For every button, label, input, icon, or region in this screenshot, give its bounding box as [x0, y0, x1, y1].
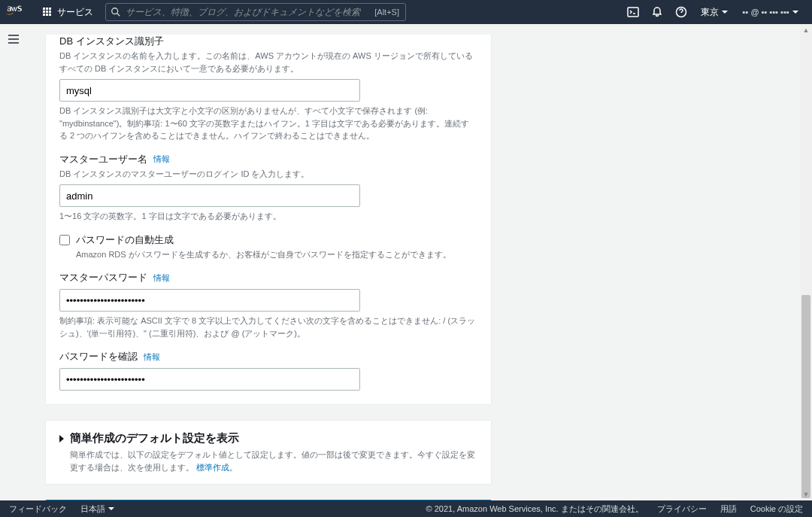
easy-create-defaults-desc: 簡単作成では、以下の設定をデフォルト値として設定します。値の一部は後で変更できま… — [70, 449, 477, 473]
grid-icon — [42, 7, 53, 17]
aws-logo — [6, 5, 29, 19]
caret-down-icon — [722, 11, 728, 14]
confirm-password-group: パスワードを確認 情報 — [59, 350, 477, 391]
scroll-down-arrow[interactable]: ▼ — [800, 488, 812, 500]
cookie-link[interactable]: Cookie の設定 — [750, 503, 803, 515]
services-label: サービス — [57, 6, 93, 19]
caret-down-icon — [108, 507, 114, 510]
master-username-group: マスターユーザー名 情報 DB インスタンスのマスターユーザーのログイン ID … — [59, 153, 477, 223]
footer: フィードバック 日本語 © 2021, Amazon Web Services,… — [0, 500, 812, 517]
auto-gen-password-group: パスワードの自動生成 Amazon RDS がパスワードを生成するか、お客様がご… — [59, 233, 477, 261]
easy-create-defaults-toggle[interactable]: 簡単作成のデフォルト設定を表示 — [59, 431, 477, 446]
info-link[interactable]: 情報 — [153, 154, 170, 165]
master-username-label: マスターユーザー名 — [59, 153, 147, 166]
sidebar-toggle[interactable] — [5, 30, 23, 48]
auto-gen-password-desc: Amazon RDS がパスワードを生成するか、お客様がご自身でパスワードを指定… — [76, 248, 477, 261]
help-icon — [675, 6, 687, 18]
caret-down-icon — [792, 11, 798, 14]
language-selector[interactable]: 日本語 — [80, 503, 114, 515]
master-username-input[interactable] — [59, 184, 360, 207]
scrollbar-thumb[interactable] — [801, 295, 810, 498]
cloudshell-icon — [627, 6, 639, 18]
caret-right-icon — [59, 435, 64, 442]
language-label: 日本語 — [80, 503, 105, 515]
easy-create-defaults-title: 簡単作成のデフォルト設定を表示 — [70, 431, 239, 446]
confirm-password-input[interactable] — [59, 368, 360, 391]
terms-link[interactable]: 用語 — [720, 503, 737, 515]
confirm-password-label: パスワードを確認 — [59, 350, 138, 363]
svg-line-1 — [117, 14, 120, 17]
easy-create-defaults-panel: 簡単作成のデフォルト設定を表示 簡単作成では、以下の設定をデフォルト値として設定… — [45, 420, 492, 485]
main-content: DB インスタンス識別子 DB インスタンスの名前を入力します。この名前は、AW… — [27, 24, 800, 500]
search-input[interactable] — [126, 7, 368, 17]
feedback-link[interactable]: フィードバック — [9, 503, 67, 515]
notifications-button[interactable] — [645, 0, 669, 24]
bell-icon — [651, 6, 663, 18]
master-username-help: 1〜16 文字の英数字。1 字目は文字である必要があります。 — [59, 210, 477, 223]
auto-gen-password-label: パスワードの自動生成 — [76, 233, 477, 247]
db-identifier-help: DB インスタンス識別子は大文字と小文字の区別がありませんが、すべて小文字で保存… — [59, 105, 477, 142]
region-selector[interactable]: 東京 — [693, 6, 735, 19]
scrollbar-track[interactable]: ▲ ▼ — [800, 24, 812, 500]
scroll-up-arrow[interactable]: ▲ — [800, 24, 812, 36]
global-search[interactable]: [Alt+S] — [105, 3, 406, 21]
hamburger-icon — [8, 38, 19, 40]
services-menu[interactable]: サービス — [36, 6, 99, 19]
privacy-link[interactable]: プライバシー — [657, 503, 707, 515]
auto-gen-password-checkbox[interactable] — [59, 235, 70, 245]
settings-panel: DB インスタンス識別子 DB インスタンスの名前を入力します。この名前は、AW… — [45, 35, 492, 405]
master-username-desc: DB インスタンスのマスターユーザーのログイン ID を入力します。 — [59, 168, 477, 181]
help-button[interactable] — [669, 0, 693, 24]
db-identifier-group: DB インスタンス識別子 DB インスタンスの名前を入力します。この名前は、AW… — [59, 35, 477, 142]
svg-rect-2 — [628, 8, 638, 17]
db-identifier-input[interactable] — [59, 79, 360, 102]
account-menu[interactable]: ▪▪ @ ▪▪ ▪▪▪ ▪▪▪ — [735, 8, 806, 17]
search-shortcut: [Alt+S] — [374, 8, 399, 17]
info-link[interactable]: 情報 — [153, 272, 170, 284]
account-label: ▪▪ @ ▪▪ ▪▪▪ ▪▪▪ — [743, 8, 789, 17]
master-password-group: マスターパスワード 情報 制約事項: 表示可能な ASCII 文字で 8 文字以… — [59, 271, 477, 339]
master-password-help: 制約事項: 表示可能な ASCII 文字で 8 文字以上で入力してください次の文… — [59, 315, 477, 339]
cloudshell-button[interactable] — [621, 0, 645, 24]
db-identifier-desc: DB インスタンスの名前を入力します。この名前は、AWS アカウントが現在の A… — [59, 50, 477, 75]
master-password-label: マスターパスワード — [59, 271, 147, 284]
copyright-text: © 2021, Amazon Web Services, Inc. またはその関… — [426, 503, 644, 515]
master-password-input[interactable] — [59, 289, 360, 312]
search-icon — [111, 7, 121, 17]
svg-point-0 — [112, 8, 118, 14]
region-label: 東京 — [701, 6, 719, 19]
db-identifier-label: DB インスタンス識別子 — [59, 35, 477, 48]
top-nav: サービス [Alt+S] 東京 ▪▪ @ ▪▪ ▪▪▪ ▪▪▪ — [0, 0, 812, 24]
standard-create-link[interactable]: 標準作成 — [196, 463, 229, 472]
info-link[interactable]: 情報 — [144, 351, 160, 363]
